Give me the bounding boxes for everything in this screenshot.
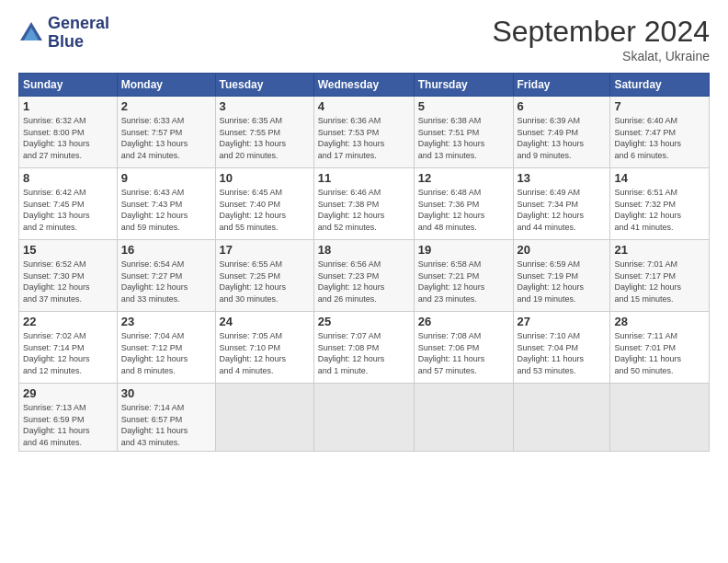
table-row: 26Sunrise: 7:08 AMSunset: 7:06 PMDayligh… bbox=[414, 312, 513, 384]
day-number: 18 bbox=[318, 243, 410, 257]
header-row: Sunday Monday Tuesday Wednesday Thursday… bbox=[19, 74, 710, 97]
day-info: Sunrise: 6:54 AMSunset: 7:27 PMDaylight:… bbox=[121, 259, 188, 304]
table-row bbox=[414, 384, 513, 452]
day-number: 26 bbox=[418, 315, 509, 328]
day-info: Sunrise: 6:33 AMSunset: 7:57 PMDaylight:… bbox=[121, 116, 188, 160]
day-number: 5 bbox=[418, 99, 509, 113]
day-info: Sunrise: 7:01 AMSunset: 7:17 PMDaylight:… bbox=[614, 259, 681, 304]
day-info: Sunrise: 6:38 AMSunset: 7:51 PMDaylight:… bbox=[418, 116, 485, 160]
title-block: September 2024 Skalat, Ukraine bbox=[492, 15, 710, 63]
col-saturday: Saturday bbox=[610, 74, 710, 97]
day-number: 2 bbox=[121, 99, 211, 113]
day-info: Sunrise: 6:42 AMSunset: 7:45 PMDaylight:… bbox=[23, 188, 90, 232]
table-row: 9Sunrise: 6:43 AMSunset: 7:43 PMDaylight… bbox=[117, 168, 215, 240]
calendar-table: Sunday Monday Tuesday Wednesday Thursday… bbox=[18, 73, 710, 452]
table-row: 18Sunrise: 6:56 AMSunset: 7:23 PMDayligh… bbox=[313, 240, 414, 312]
day-info: Sunrise: 7:11 AMSunset: 7:01 PMDaylight:… bbox=[614, 331, 681, 375]
day-info: Sunrise: 6:45 AMSunset: 7:40 PMDaylight:… bbox=[220, 188, 287, 232]
day-info: Sunrise: 7:04 AMSunset: 7:12 PMDaylight:… bbox=[121, 331, 188, 375]
day-info: Sunrise: 7:08 AMSunset: 7:06 PMDaylight:… bbox=[418, 331, 485, 375]
table-row: 10Sunrise: 6:45 AMSunset: 7:40 PMDayligh… bbox=[215, 168, 313, 240]
logo-text: General Blue bbox=[48, 15, 109, 52]
table-row: 15Sunrise: 6:52 AMSunset: 7:30 PMDayligh… bbox=[19, 240, 118, 312]
table-row: 4Sunrise: 6:36 AMSunset: 7:53 PMDaylight… bbox=[313, 97, 414, 168]
table-row: 24Sunrise: 7:05 AMSunset: 7:10 PMDayligh… bbox=[215, 312, 313, 384]
table-row: 2Sunrise: 6:33 AMSunset: 7:57 PMDaylight… bbox=[117, 97, 215, 168]
day-number: 11 bbox=[318, 171, 410, 185]
day-info: Sunrise: 7:02 AMSunset: 7:14 PMDaylight:… bbox=[23, 331, 90, 375]
table-row: 16Sunrise: 6:54 AMSunset: 7:27 PMDayligh… bbox=[117, 240, 215, 312]
day-number: 29 bbox=[23, 386, 113, 400]
table-row: 13Sunrise: 6:49 AMSunset: 7:34 PMDayligh… bbox=[513, 168, 610, 240]
col-tuesday: Tuesday bbox=[215, 74, 313, 97]
table-row: 28Sunrise: 7:11 AMSunset: 7:01 PMDayligh… bbox=[610, 312, 710, 384]
day-number: 14 bbox=[614, 171, 705, 185]
table-row: 12Sunrise: 6:48 AMSunset: 7:36 PMDayligh… bbox=[414, 168, 513, 240]
day-number: 25 bbox=[318, 315, 410, 328]
col-friday: Friday bbox=[513, 74, 610, 97]
header: General Blue September 2024 Skalat, Ukra… bbox=[18, 15, 710, 63]
day-number: 19 bbox=[418, 243, 509, 257]
day-number: 7 bbox=[614, 99, 705, 113]
day-number: 8 bbox=[23, 171, 113, 185]
table-row: 29Sunrise: 7:13 AMSunset: 6:59 PMDayligh… bbox=[19, 384, 118, 452]
col-monday: Monday bbox=[117, 74, 215, 97]
day-info: Sunrise: 6:51 AMSunset: 7:32 PMDaylight:… bbox=[614, 188, 681, 232]
day-number: 15 bbox=[23, 243, 113, 257]
table-row: 20Sunrise: 6:59 AMSunset: 7:19 PMDayligh… bbox=[513, 240, 610, 312]
day-info: Sunrise: 6:48 AMSunset: 7:36 PMDaylight:… bbox=[418, 188, 485, 232]
table-row: 6Sunrise: 6:39 AMSunset: 7:49 PMDaylight… bbox=[513, 97, 610, 168]
day-info: Sunrise: 6:52 AMSunset: 7:30 PMDaylight:… bbox=[23, 259, 90, 304]
table-row: 25Sunrise: 7:07 AMSunset: 7:08 PMDayligh… bbox=[313, 312, 414, 384]
day-number: 24 bbox=[220, 315, 310, 328]
table-row: 8Sunrise: 6:42 AMSunset: 7:45 PMDaylight… bbox=[19, 168, 118, 240]
table-row bbox=[313, 384, 414, 452]
day-info: Sunrise: 6:58 AMSunset: 7:21 PMDaylight:… bbox=[418, 259, 485, 304]
table-row: 14Sunrise: 6:51 AMSunset: 7:32 PMDayligh… bbox=[610, 168, 710, 240]
day-number: 4 bbox=[318, 99, 410, 113]
day-info: Sunrise: 7:10 AMSunset: 7:04 PMDaylight:… bbox=[518, 331, 585, 375]
day-number: 6 bbox=[518, 99, 607, 113]
col-sunday: Sunday bbox=[19, 74, 118, 97]
day-number: 9 bbox=[121, 171, 211, 185]
table-row: 1Sunrise: 6:32 AMSunset: 8:00 PMDaylight… bbox=[19, 97, 118, 168]
location-subtitle: Skalat, Ukraine bbox=[492, 49, 710, 63]
day-info: Sunrise: 6:43 AMSunset: 7:43 PMDaylight:… bbox=[121, 188, 188, 232]
day-info: Sunrise: 6:40 AMSunset: 7:47 PMDaylight:… bbox=[614, 116, 681, 160]
col-thursday: Thursday bbox=[414, 74, 513, 97]
table-row: 30Sunrise: 7:14 AMSunset: 6:57 PMDayligh… bbox=[117, 384, 215, 452]
day-info: Sunrise: 7:13 AMSunset: 6:59 PMDaylight:… bbox=[23, 403, 90, 447]
day-number: 21 bbox=[614, 243, 705, 257]
day-info: Sunrise: 7:14 AMSunset: 6:57 PMDaylight:… bbox=[121, 403, 188, 447]
table-row: 7Sunrise: 6:40 AMSunset: 7:47 PMDaylight… bbox=[610, 97, 710, 168]
col-wednesday: Wednesday bbox=[313, 74, 414, 97]
table-row: 27Sunrise: 7:10 AMSunset: 7:04 PMDayligh… bbox=[513, 312, 610, 384]
day-number: 13 bbox=[518, 171, 607, 185]
table-row: 11Sunrise: 6:46 AMSunset: 7:38 PMDayligh… bbox=[313, 168, 414, 240]
table-row: 19Sunrise: 6:58 AMSunset: 7:21 PMDayligh… bbox=[414, 240, 513, 312]
day-info: Sunrise: 6:56 AMSunset: 7:23 PMDaylight:… bbox=[318, 259, 385, 304]
table-row: 5Sunrise: 6:38 AMSunset: 7:51 PMDaylight… bbox=[414, 97, 513, 168]
day-number: 12 bbox=[418, 171, 509, 185]
table-row: 23Sunrise: 7:04 AMSunset: 7:12 PMDayligh… bbox=[117, 312, 215, 384]
table-row: 22Sunrise: 7:02 AMSunset: 7:14 PMDayligh… bbox=[19, 312, 118, 384]
page: General Blue September 2024 Skalat, Ukra… bbox=[0, 0, 728, 563]
logo-icon bbox=[18, 20, 44, 46]
day-number: 10 bbox=[220, 171, 310, 185]
day-info: Sunrise: 6:55 AMSunset: 7:25 PMDaylight:… bbox=[220, 259, 287, 304]
table-row bbox=[513, 384, 610, 452]
logo: General Blue bbox=[18, 15, 109, 52]
day-number: 27 bbox=[518, 315, 607, 328]
day-number: 1 bbox=[23, 99, 113, 113]
day-number: 22 bbox=[23, 315, 113, 328]
day-number: 17 bbox=[220, 243, 310, 257]
table-row bbox=[215, 384, 313, 452]
day-info: Sunrise: 6:46 AMSunset: 7:38 PMDaylight:… bbox=[318, 188, 385, 232]
day-number: 30 bbox=[121, 386, 211, 400]
day-number: 28 bbox=[614, 315, 705, 328]
day-info: Sunrise: 6:49 AMSunset: 7:34 PMDaylight:… bbox=[518, 188, 585, 232]
day-info: Sunrise: 7:07 AMSunset: 7:08 PMDaylight:… bbox=[318, 331, 385, 375]
table-row: 17Sunrise: 6:55 AMSunset: 7:25 PMDayligh… bbox=[215, 240, 313, 312]
table-row: 3Sunrise: 6:35 AMSunset: 7:55 PMDaylight… bbox=[215, 97, 313, 168]
month-title: September 2024 bbox=[492, 15, 710, 49]
